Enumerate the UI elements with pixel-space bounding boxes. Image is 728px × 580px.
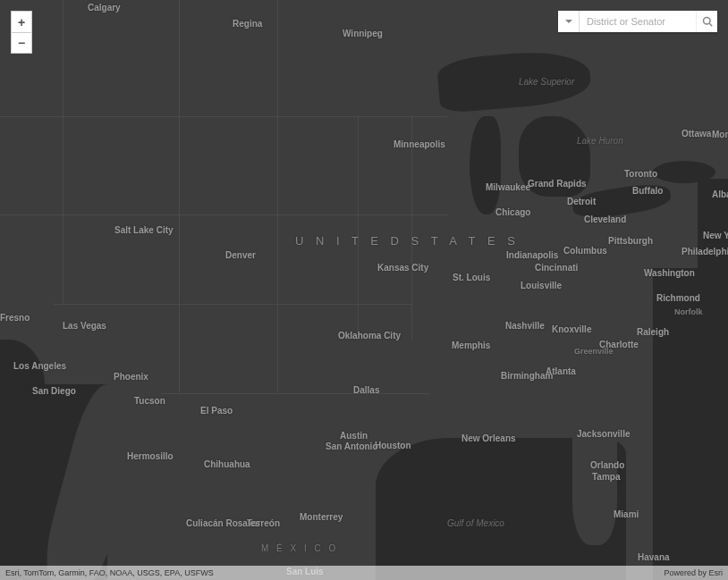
search-button[interactable]: [696, 11, 717, 32]
attribution-sources: Esri, TomTom, Garmin, FAO, NOAA, USGS, E…: [5, 568, 214, 577]
svg-line-1: [709, 23, 712, 26]
search-dropdown-toggle[interactable]: [558, 11, 580, 32]
zoom-in-button[interactable]: +: [11, 11, 32, 32]
chevron-down-icon: [564, 17, 573, 26]
state-borders: [0, 0, 728, 580]
attribution-powered-by[interactable]: Powered by Esri: [664, 568, 723, 577]
attribution-bar: Esri, TomTom, Garmin, FAO, NOAA, USGS, E…: [0, 566, 728, 580]
map-basemap[interactable]: U N I T E D S T A T E S M É X I C O Lake…: [0, 0, 728, 580]
zoom-controls: + −: [11, 11, 32, 54]
search-input[interactable]: [580, 11, 696, 32]
search-container: [558, 11, 717, 32]
search-icon: [702, 16, 713, 27]
svg-point-0: [703, 18, 710, 25]
map-container[interactable]: U N I T E D S T A T E S M É X I C O Lake…: [0, 0, 728, 580]
zoom-out-button[interactable]: −: [11, 32, 32, 54]
